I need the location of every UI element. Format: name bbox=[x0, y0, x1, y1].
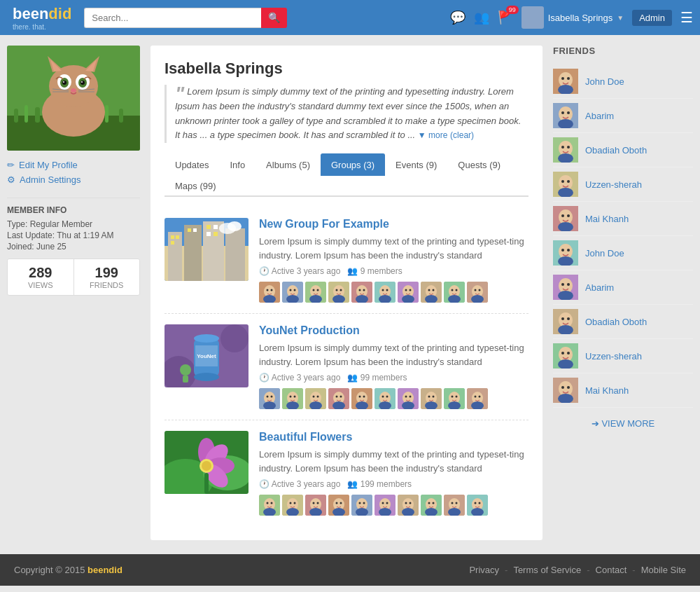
friend-item[interactable]: Uzzen-sherah bbox=[553, 167, 693, 202]
friend-name: Obadiah Oboth bbox=[585, 145, 647, 156]
svg-point-190 bbox=[363, 502, 365, 504]
search-input[interactable] bbox=[84, 8, 261, 28]
footer-link-mobile-site[interactable]: Mobile Site bbox=[641, 565, 686, 575]
svg-point-105 bbox=[180, 364, 191, 376]
svg-point-70 bbox=[363, 289, 365, 291]
footer-link-terms-of-service[interactable]: Terms of Service bbox=[513, 565, 581, 575]
sidebar-links: ✏ Edit My Profile ⚙ Admin Settings bbox=[7, 158, 140, 187]
friend-item[interactable]: Obadiah Oboth bbox=[553, 305, 693, 339]
member-avatar[interactable] bbox=[282, 495, 303, 516]
member-avatar[interactable] bbox=[421, 282, 442, 303]
group-name[interactable]: YouNet Production bbox=[259, 324, 528, 337]
friends-sidebar: FRIENDS John Doe Abarim Obadiah Oboth Uz… bbox=[553, 46, 693, 540]
friend-item[interactable]: John Doe bbox=[553, 64, 693, 99]
svg-point-179 bbox=[313, 502, 315, 504]
member-avatar[interactable] bbox=[421, 388, 442, 409]
admin-button[interactable]: Admin bbox=[632, 10, 672, 26]
svg-point-254 bbox=[561, 317, 564, 320]
member-avatar[interactable] bbox=[398, 388, 419, 409]
member-avatar[interactable] bbox=[351, 388, 372, 409]
svg-point-79 bbox=[405, 289, 407, 291]
member-avatar[interactable] bbox=[259, 388, 280, 409]
member-avatar[interactable] bbox=[444, 282, 465, 303]
user-menu[interactable]: Isabella Springs ▼ bbox=[522, 6, 624, 29]
svg-point-85 bbox=[433, 289, 435, 291]
tab-updates[interactable]: Updates bbox=[164, 153, 219, 176]
member-avatar[interactable] bbox=[374, 282, 396, 303]
logo[interactable]: beendid there. that. bbox=[7, 2, 77, 34]
chat-icon[interactable]: 💬 bbox=[450, 10, 465, 25]
footer-separator: - bbox=[505, 565, 507, 575]
more-link[interactable]: ▼ more bbox=[418, 130, 448, 140]
view-more-link[interactable]: ➔ VIEW MORE bbox=[553, 411, 693, 436]
member-avatar[interactable] bbox=[328, 388, 349, 409]
tab-albums(5)[interactable]: Albums (5) bbox=[255, 153, 321, 176]
friend-item[interactable]: Uzzen-sherah bbox=[553, 339, 693, 373]
member-avatar[interactable] bbox=[374, 495, 396, 516]
group-name[interactable]: Beautiful Flowers bbox=[259, 431, 528, 443]
member-avatar[interactable] bbox=[467, 282, 488, 303]
svg-point-135 bbox=[386, 396, 388, 398]
group-meta: 🕐 Active 3 years ago👥 9 members bbox=[259, 266, 528, 276]
member-avatar[interactable] bbox=[328, 282, 349, 303]
member-avatar[interactable] bbox=[259, 495, 280, 516]
member-avatar[interactable] bbox=[444, 388, 465, 409]
svg-point-264 bbox=[561, 386, 564, 389]
member-avatar[interactable] bbox=[305, 495, 326, 516]
member-avatar[interactable] bbox=[467, 388, 488, 409]
notifications-icon[interactable]: 🚩 99 bbox=[498, 10, 513, 25]
member-avatar[interactable] bbox=[282, 388, 303, 409]
tab-groups(3)[interactable]: Groups (3) bbox=[321, 153, 385, 176]
member-avatar[interactable] bbox=[282, 282, 303, 303]
svg-rect-37 bbox=[176, 235, 179, 239]
member-avatar[interactable] bbox=[328, 495, 349, 516]
svg-point-89 bbox=[451, 289, 454, 291]
search-button[interactable]: 🔍 bbox=[261, 8, 287, 28]
svg-point-46 bbox=[227, 221, 241, 231]
member-avatar[interactable] bbox=[467, 495, 488, 516]
svg-point-250 bbox=[567, 283, 570, 286]
admin-settings-link[interactable]: ⚙ Admin Settings bbox=[7, 172, 140, 187]
friend-item[interactable]: Obadiah Oboth bbox=[553, 133, 693, 167]
footer-link-contact[interactable]: Contact bbox=[596, 565, 627, 575]
member-avatar[interactable] bbox=[398, 282, 419, 303]
tab-maps(99)[interactable]: Maps (99) bbox=[164, 174, 227, 197]
friend-item[interactable]: John Doe bbox=[553, 236, 693, 270]
svg-point-24 bbox=[81, 81, 83, 83]
hamburger-button[interactable]: ☰ bbox=[680, 9, 693, 26]
svg-rect-40 bbox=[193, 228, 197, 232]
left-sidebar: ✏ Edit My Profile ⚙ Admin Settings MEMBE… bbox=[7, 46, 140, 540]
tab-events(9)[interactable]: Events (9) bbox=[385, 153, 447, 176]
footer-link-privacy[interactable]: Privacy bbox=[469, 565, 499, 575]
member-avatar[interactable] bbox=[351, 495, 372, 516]
group-name[interactable]: New Group For Example bbox=[259, 218, 528, 230]
admin-settings-label: Admin Settings bbox=[20, 174, 80, 185]
member-avatar[interactable] bbox=[421, 495, 442, 516]
friend-item[interactable]: Mai Khanh bbox=[553, 202, 693, 236]
member-avatar[interactable] bbox=[398, 495, 419, 516]
logo-been: been bbox=[13, 5, 48, 22]
member-avatar[interactable] bbox=[374, 388, 396, 409]
member-avatar[interactable] bbox=[444, 495, 465, 516]
footer-links: Privacy-Terms of Service-Contact-Mobile … bbox=[469, 565, 686, 575]
friend-item[interactable]: Mai Khanh bbox=[553, 373, 693, 408]
svg-point-99 bbox=[220, 324, 248, 352]
friend-item[interactable]: Abarim bbox=[553, 270, 693, 305]
member-avatar[interactable] bbox=[351, 282, 372, 303]
clear-link[interactable]: (clear) bbox=[450, 130, 474, 140]
edit-profile-link[interactable]: ✏ Edit My Profile bbox=[7, 158, 140, 172]
friends-stat: 199 FRIENDS bbox=[74, 259, 140, 295]
friends-icon[interactable]: 👥 bbox=[474, 10, 489, 25]
username-label: Isabella Springs bbox=[548, 13, 613, 23]
member-avatar[interactable] bbox=[259, 282, 280, 303]
svg-point-185 bbox=[340, 502, 342, 504]
tab-info[interactable]: Info bbox=[219, 153, 255, 176]
footer-separator: - bbox=[632, 565, 635, 575]
member-avatar[interactable] bbox=[305, 388, 326, 409]
member-avatars bbox=[259, 388, 528, 409]
member-avatar[interactable] bbox=[305, 282, 326, 303]
svg-point-165 bbox=[202, 461, 211, 471]
svg-point-145 bbox=[433, 396, 435, 398]
tab-quests(9)[interactable]: Quests (9) bbox=[447, 153, 511, 176]
friend-item[interactable]: Abarim bbox=[553, 99, 693, 133]
